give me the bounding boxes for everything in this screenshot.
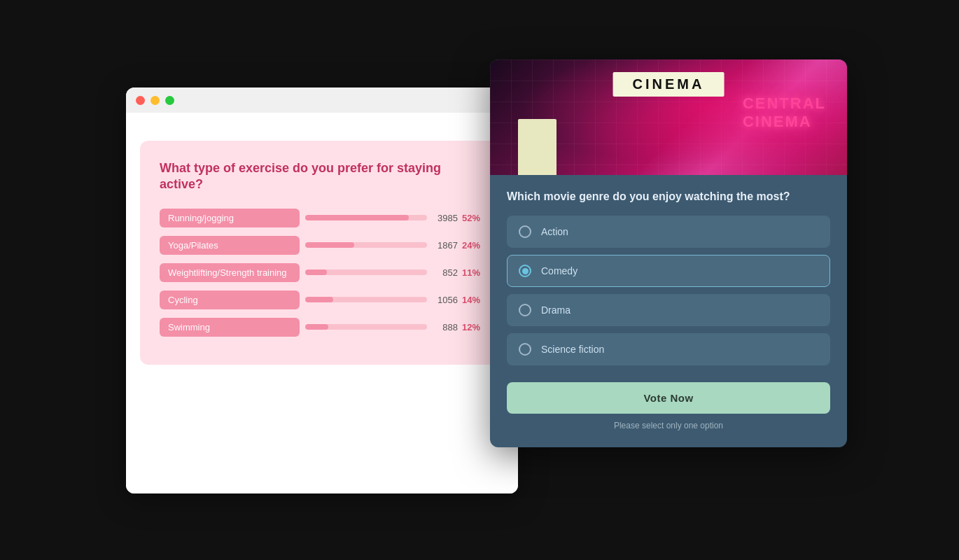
exercise-count: 852 — [433, 267, 458, 278]
exercise-count: 1867 — [433, 240, 458, 251]
exercise-bar-area: 1056 14% — [305, 295, 484, 305]
exercise-bar-fill — [305, 270, 327, 275]
maximize-dot[interactable] — [165, 96, 174, 105]
exercise-bar-bg — [305, 215, 427, 220]
exercise-count: 1056 — [433, 295, 458, 305]
exercise-option-label: Weightlifting/Strength training — [160, 263, 300, 282]
close-dot[interactable] — [136, 96, 145, 105]
exercise-poll-card: What type of exercise do you prefer for … — [140, 141, 504, 365]
exercise-option-label: Cycling — [160, 290, 300, 309]
exercise-poll-window: What type of exercise do you prefer for … — [126, 88, 518, 493]
exercise-count: 888 — [433, 322, 458, 332]
vote-now-button[interactable]: Vote Now — [507, 382, 830, 414]
poll-option-comedy[interactable]: Comedy — [507, 255, 830, 287]
poll-option-scifi[interactable]: Science fiction — [507, 333, 830, 365]
poll-option-action[interactable]: Action — [507, 216, 830, 248]
minimize-dot[interactable] — [150, 96, 160, 105]
exercise-row-2: Yoga/Pilates 1867 24% — [160, 236, 484, 255]
exercise-row-5: Swimming 888 12% — [160, 318, 484, 337]
radio-action — [519, 225, 531, 238]
titlebar — [126, 88, 518, 113]
exercise-bar-area: 3985 52% — [305, 213, 484, 223]
option-label-comedy: Comedy — [541, 265, 578, 276]
cinema-sign-text: CINEMA — [633, 76, 705, 92]
exercise-bar-fill — [305, 297, 333, 302]
radio-scifi — [519, 343, 531, 356]
exercise-row-1: Running/jogging 3985 52% — [160, 209, 484, 227]
exercise-option-label: Yoga/Pilates — [160, 236, 300, 255]
cinema-neon-text: CENTRAL CINEMA — [743, 94, 826, 132]
cinema-poll-window: CINEMA CENTRAL CINEMA Which movie genre … — [490, 59, 847, 447]
exercise-row-3: Weightlifting/Strength training 852 11% — [160, 263, 484, 282]
exercise-bar-fill — [305, 242, 354, 248]
cinema-poll-question: Which movie genre do you enjoy watching … — [507, 190, 830, 203]
poll-option-drama[interactable]: Drama — [507, 294, 830, 326]
cinema-door — [518, 119, 556, 175]
window-content: What type of exercise do you prefer for … — [126, 141, 518, 493]
exercise-bar-area: 888 12% — [305, 322, 484, 332]
cinema-image: CINEMA CENTRAL CINEMA — [490, 59, 847, 175]
cinema-sign: CINEMA — [613, 72, 724, 97]
exercise-pct: 52% — [462, 213, 484, 223]
exercise-option-label: Swimming — [160, 318, 300, 337]
exercise-bar-bg — [305, 270, 427, 275]
option-label-action: Action — [541, 226, 568, 237]
exercise-row-4: Cycling 1056 14% — [160, 290, 484, 309]
cinema-poll-body: Which movie genre do you enjoy watching … — [490, 175, 847, 447]
option-label-drama: Drama — [541, 304, 570, 316]
exercise-bar-bg — [305, 297, 427, 302]
vote-hint: Please select only one option — [507, 421, 830, 430]
exercise-pct: 11% — [462, 267, 484, 278]
exercise-bar-fill — [305, 324, 328, 330]
exercise-poll-title: What type of exercise do you prefer for … — [160, 160, 484, 193]
exercise-pct: 12% — [462, 322, 484, 332]
radio-drama — [519, 304, 531, 316]
option-label-scifi: Science fiction — [541, 344, 604, 355]
exercise-option-label: Running/jogging — [160, 209, 300, 227]
exercise-bar-area: 1867 24% — [305, 240, 484, 251]
exercise-pct: 14% — [462, 295, 484, 305]
exercise-bar-bg — [305, 324, 427, 330]
exercise-bar-fill — [305, 215, 409, 220]
exercise-count: 3985 — [433, 213, 458, 223]
exercise-bar-area: 852 11% — [305, 267, 484, 278]
exercise-pct: 24% — [462, 240, 484, 251]
radio-comedy — [519, 265, 531, 277]
exercise-bar-bg — [305, 242, 427, 248]
